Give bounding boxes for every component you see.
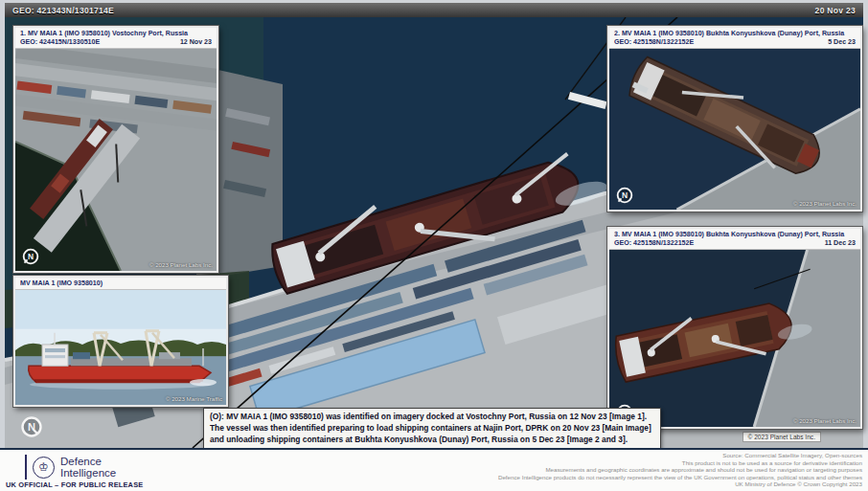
- inset-2-geo: GEO: 425158N/1322152E: [614, 38, 694, 46]
- disclaimer-line: Defence Intelligence products do not nec…: [498, 474, 862, 481]
- disclaimer-line: Source: Commercial Satellite Imagery, Op…: [498, 452, 862, 459]
- inset-1-date: 12 Nov 23: [180, 38, 212, 46]
- inset-3-date: 11 Dec 23: [825, 239, 856, 247]
- photo-credit: © 2023 Marine Traffic: [166, 395, 222, 402]
- north-arrow-icon: N: [21, 247, 40, 266]
- photo-inset-header: MV MAIA 1 (IMO 9358010): [15, 278, 226, 290]
- compass-n-label: N: [622, 190, 628, 200]
- logo-divider: [25, 455, 27, 480]
- inset-1-header: 1. MV MAIA 1 (IMO 9358010) Vostochny Por…: [15, 28, 217, 49]
- crown-icon: ♔: [33, 457, 55, 479]
- image-credit: © 2023 Planet Labs Inc.: [149, 261, 213, 268]
- inset-1-scene: [15, 49, 217, 271]
- inset-2-date: 5 Dec 23: [828, 38, 856, 46]
- logo-line-2: Intelligence: [60, 467, 116, 479]
- disclaimer-line: Measurements and geographic coordinates …: [498, 466, 862, 474]
- disclaimer-line: UK Ministry of Defence © Crown Copyright…: [498, 480, 862, 488]
- logo-text: Defence Intelligence: [60, 456, 116, 480]
- inset-2-scene: [609, 49, 860, 210]
- defence-intelligence-logo: ♔ Defence Intelligence: [25, 455, 116, 480]
- caption-line-1: (O): MV MAIA 1 (IMO 9358010) was identif…: [210, 412, 654, 423]
- inset-3-header: 3. MV MAIA 1 (IMO 9358010) Bukhta Konyus…: [609, 229, 860, 250]
- classification-marking: UK OFFICIAL – FOR PUBLIC RELEASE: [6, 480, 143, 489]
- image-credit: © 2023 Planet Labs Inc.: [793, 417, 857, 424]
- intelligence-slide: GEO: 421343N/1301714E 20 Nov 23: [0, 0, 868, 491]
- main-image-date: 20 Nov 23: [815, 6, 856, 15]
- vessel-photo-scene: [15, 290, 226, 405]
- photo-inset-title: MV MAIA 1 (IMO 9358010): [20, 279, 221, 287]
- caption-line-3: and unloading shipping containers at Buk…: [210, 435, 654, 446]
- inset-3-image: N © 2023 Planet Labs Inc.: [609, 250, 860, 427]
- caption-line-2: The vessel was then identified preparing…: [210, 423, 654, 435]
- logo-line-1: Defence: [60, 456, 116, 467]
- inset-1-geo: GEO: 424415N/1330510E: [20, 38, 100, 46]
- north-arrow-icon: N: [615, 186, 634, 205]
- main-geo-coordinates: GEO: 421343N/1301714E: [12, 6, 114, 15]
- footer-right-block: Source: Commercial Satellite Imagery, Op…: [498, 452, 862, 491]
- inset-image-2: 2. MV MAIA 1 (IMO 9358010) Bukhta Konyus…: [607, 26, 862, 212]
- inset-3-scene: [609, 250, 860, 427]
- north-arrow-icon: N: [19, 414, 44, 439]
- footer-bar: ♔ Defence Intelligence UK OFFICIAL – FOR…: [0, 448, 868, 491]
- vessel-photo: © 2023 Marine Traffic: [15, 290, 226, 405]
- top-geo-bar: GEO: 421343N/1301714E 20 Nov 23: [5, 3, 863, 17]
- compass-n-label: N: [28, 252, 34, 261]
- inset-2-title: 2. MV MAIA 1 (IMO 9358010) Bukhta Konyus…: [614, 30, 856, 37]
- inset-3-title: 3. MV MAIA 1 (IMO 9358010) Bukhta Konyus…: [614, 231, 856, 238]
- caption-box: (O): MV MAIA 1 (IMO 9358010) was identif…: [203, 408, 661, 449]
- disclaimer-line: This product is not to be used as a sour…: [498, 459, 862, 467]
- inset-image-1: 1. MV MAIA 1 (IMO 9358010) Vostochny Por…: [13, 26, 218, 273]
- image-credit: © 2023 Planet Labs Inc.: [793, 200, 857, 207]
- inset-1-image: N © 2023 Planet Labs Inc.: [15, 49, 217, 271]
- inset-image-3: 3. MV MAIA 1 (IMO 9358010) Bukhta Konyus…: [607, 227, 862, 429]
- inset-1-title: 1. MV MAIA 1 (IMO 9358010) Vostochny Por…: [20, 30, 212, 37]
- inset-3-geo: GEO: 425158N/1322152E: [614, 239, 694, 247]
- image-credit: © 2023 Planet Labs Inc.: [742, 432, 821, 442]
- vessel-photo-inset: MV MAIA 1 (IMO 9358010): [13, 276, 228, 407]
- inset-2-header: 2. MV MAIA 1 (IMO 9358010) Bukhta Konyus…: [609, 28, 860, 49]
- inset-2-image: N © 2023 Planet Labs Inc.: [609, 49, 860, 210]
